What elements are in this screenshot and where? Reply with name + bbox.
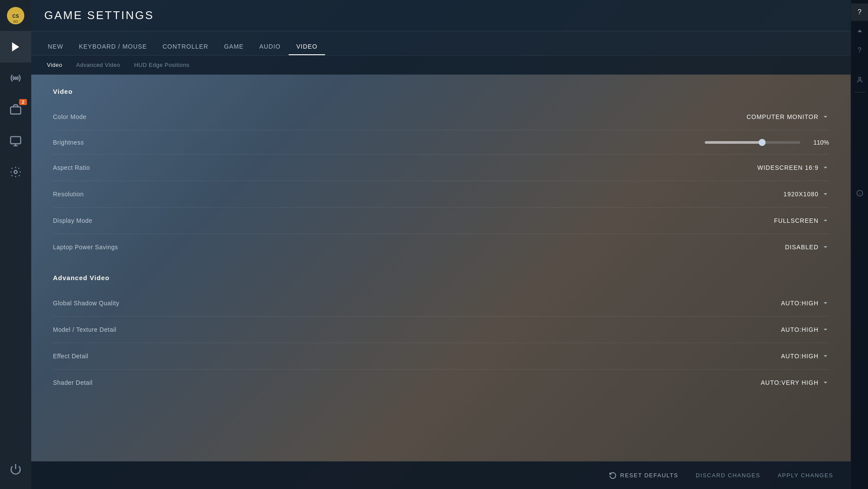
csgo-logo-icon: CS GO <box>6 6 25 25</box>
color-mode-value: COMPUTER MONITOR <box>746 113 819 120</box>
info-button[interactable] <box>851 185 868 202</box>
discard-changes-button[interactable]: DISCARD CHANGES <box>696 472 760 479</box>
color-mode-label: Color Mode <box>53 113 86 120</box>
info-icon <box>856 190 863 197</box>
aspect-ratio-chevron-icon <box>822 164 829 171</box>
help-bottom-icon: ? <box>858 46 861 54</box>
effect-detail-dropdown[interactable]: AUTO:HIGH <box>760 350 829 362</box>
help-top-icon: ? <box>858 8 861 16</box>
tab-keyboard-mouse[interactable]: Keyboard / Mouse <box>71 39 155 55</box>
header: GAME SETTINGS <box>31 0 851 31</box>
brightness-value: 110% <box>807 139 829 146</box>
effect-detail-row: Effect Detail AUTO:HIGH <box>53 343 829 370</box>
svg-rect-6 <box>10 137 20 144</box>
display-mode-label: Display Mode <box>53 217 92 224</box>
help-bottom-button[interactable]: ? <box>851 42 868 59</box>
brightness-slider-fill <box>705 141 762 144</box>
discard-changes-label: DISCARD CHANGES <box>696 472 760 479</box>
video-section: Video Color Mode COMPUTER MONITOR Bright… <box>53 88 829 260</box>
shader-detail-row: Shader Detail AUTO:VERY HIGH <box>53 370 829 396</box>
gear-icon <box>10 166 22 178</box>
model-texture-label: Model / Texture Detail <box>53 326 116 333</box>
right-sidebar: ? ? <box>851 0 868 489</box>
reset-icon <box>609 472 617 479</box>
reset-defaults-button[interactable]: RESET DEFAULTS <box>609 472 678 479</box>
settings-scroll-area[interactable]: Video Color Mode COMPUTER MONITOR Bright… <box>31 75 851 461</box>
user-profile-button[interactable] <box>851 71 868 89</box>
color-mode-dropdown[interactable]: COMPUTER MONITOR <box>746 111 829 123</box>
tab-audio[interactable]: Audio <box>251 39 288 55</box>
user-icon <box>856 76 863 83</box>
brightness-control: 110% <box>705 139 829 146</box>
resolution-dropdown[interactable]: 1920X1080 <box>760 188 829 200</box>
global-shadow-chevron-icon <box>822 300 829 307</box>
svg-marker-3 <box>12 43 19 52</box>
brightness-slider[interactable] <box>705 141 800 144</box>
aspect-ratio-label: Aspect Ratio <box>53 164 90 171</box>
apply-changes-button[interactable]: APPLY CHANGES <box>778 472 833 479</box>
svg-point-10 <box>858 77 861 79</box>
sidebar-item-play[interactable] <box>0 31 31 63</box>
laptop-power-row: Laptop Power Savings DISABLED <box>53 234 829 260</box>
tab-video[interactable]: Video <box>289 39 326 55</box>
resolution-chevron-icon <box>822 191 829 198</box>
svg-point-4 <box>15 77 17 79</box>
svg-text:CS: CS <box>12 13 19 19</box>
effect-detail-value: AUTO:HIGH <box>781 353 819 360</box>
footer: RESET DEFAULTS DISCARD CHANGES APPLY CHA… <box>31 461 851 489</box>
display-mode-dropdown[interactable]: FULLSCREEN <box>760 215 829 227</box>
sidebar-item-inventory[interactable]: 2 <box>0 94 31 125</box>
display-mode-row: Display Mode FULLSCREEN <box>53 208 829 234</box>
sidebar-item-settings[interactable] <box>0 156 31 188</box>
watch-icon <box>10 135 22 147</box>
sidebar-item-broadcast[interactable] <box>0 63 31 94</box>
advanced-video-title: Advanced Video <box>53 274 829 281</box>
main-content: GAME SETTINGS New Keyboard / Mouse Contr… <box>31 0 851 489</box>
brightness-row: Brightness 110% <box>53 130 829 155</box>
resolution-value: 1920X1080 <box>783 191 819 198</box>
display-mode-value: FULLSCREEN <box>774 217 819 224</box>
resolution-label: Resolution <box>53 191 84 198</box>
global-shadow-value: AUTO:HIGH <box>781 300 819 307</box>
display-mode-chevron-icon <box>822 217 829 224</box>
tab-game[interactable]: Game <box>216 39 251 55</box>
broadcast-icon <box>10 72 22 84</box>
shader-detail-label: Shader Detail <box>53 379 92 386</box>
shader-detail-dropdown[interactable]: AUTO:VERY HIGH <box>760 377 829 389</box>
subtab-hud-edge[interactable]: HUD Edge Positions <box>127 58 197 72</box>
aspect-ratio-value: WIDESCREEN 16:9 <box>757 164 819 171</box>
global-shadow-dropdown[interactable]: AUTO:HIGH <box>760 297 829 309</box>
aspect-ratio-dropdown[interactable]: WIDESCREEN 16:9 <box>757 162 829 174</box>
model-texture-dropdown[interactable]: AUTO:HIGH <box>760 324 829 336</box>
tab-new[interactable]: New <box>40 39 71 55</box>
play-icon <box>10 41 22 53</box>
reset-defaults-label: RESET DEFAULTS <box>620 472 678 479</box>
shader-detail-value: AUTO:VERY HIGH <box>761 379 819 386</box>
tab-controller[interactable]: Controller <box>155 39 216 55</box>
laptop-power-dropdown[interactable]: DISABLED <box>760 241 829 253</box>
color-mode-row: Color Mode COMPUTER MONITOR <box>53 104 829 130</box>
sidebar-item-power[interactable] <box>0 453 31 485</box>
advanced-video-section: Advanced Video Global Shadow Quality AUT… <box>53 274 829 396</box>
sidebar-item-watch[interactable] <box>0 125 31 156</box>
up-arrow-button[interactable] <box>851 23 868 40</box>
effect-detail-label: Effect Detail <box>53 353 89 360</box>
sidebar-bottom <box>0 453 31 489</box>
help-top-button[interactable]: ? <box>851 3 868 21</box>
inventory-icon <box>10 103 22 116</box>
effect-detail-chevron-icon <box>822 353 829 360</box>
model-texture-chevron-icon <box>822 326 829 333</box>
subtab-advanced-video[interactable]: Advanced Video <box>69 58 127 72</box>
video-section-title: Video <box>53 88 829 95</box>
global-shadow-label: Global Shadow Quality <box>53 300 119 307</box>
color-mode-chevron-icon <box>822 113 829 120</box>
model-texture-row: Model / Texture Detail AUTO:HIGH <box>53 317 829 343</box>
shader-detail-chevron-icon <box>822 379 829 386</box>
brightness-slider-thumb[interactable] <box>759 139 766 146</box>
subtab-video[interactable]: Video <box>40 58 69 72</box>
resolution-row: Resolution 1920X1080 <box>53 181 829 208</box>
svg-text:GO: GO <box>13 20 18 23</box>
svg-point-9 <box>14 171 17 174</box>
apply-changes-label: APPLY CHANGES <box>778 472 833 479</box>
page-title: GAME SETTINGS <box>44 9 154 22</box>
